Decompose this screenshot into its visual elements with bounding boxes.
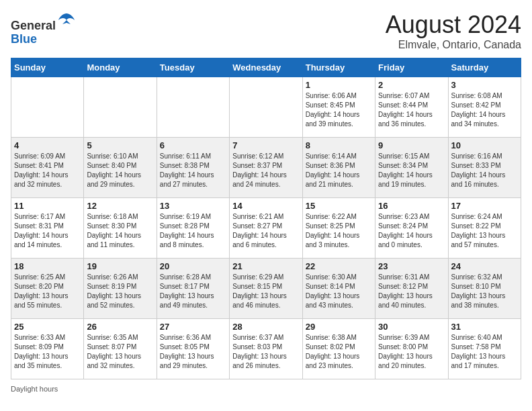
calendar-cell: 12Sunrise: 6:18 AM Sunset: 8:30 PM Dayli…	[84, 198, 157, 259]
calendar-cell: 10Sunrise: 6:16 AM Sunset: 8:33 PM Dayli…	[448, 138, 521, 198]
day-info: Sunrise: 6:19 AM Sunset: 8:28 PM Dayligh…	[160, 212, 226, 250]
calendar-week-row: 25Sunrise: 6:33 AM Sunset: 8:09 PM Dayli…	[11, 319, 521, 379]
calendar-cell: 24Sunrise: 6:32 AM Sunset: 8:10 PM Dayli…	[448, 259, 521, 319]
day-number: 4	[14, 140, 81, 150]
day-number: 30	[378, 322, 445, 332]
day-info: Sunrise: 6:15 AM Sunset: 8:34 PM Dayligh…	[378, 152, 445, 189]
calendar-cell: 25Sunrise: 6:33 AM Sunset: 8:09 PM Dayli…	[11, 319, 84, 379]
column-header-monday: Monday	[84, 58, 157, 77]
day-number: 22	[306, 261, 372, 271]
calendar-cell: 23Sunrise: 6:31 AM Sunset: 8:12 PM Dayli…	[375, 259, 448, 319]
day-number: 9	[378, 140, 445, 150]
day-number: 1	[306, 80, 372, 90]
day-info: Sunrise: 6:31 AM Sunset: 8:12 PM Dayligh…	[378, 273, 445, 310]
page-header: General Blue August 2024 Elmvale, Ontari…	[11, 11, 521, 51]
day-number: 5	[87, 140, 153, 150]
day-number: 21	[232, 261, 299, 271]
calendar-week-row: 18Sunrise: 6:25 AM Sunset: 8:20 PM Dayli…	[11, 259, 521, 319]
calendar-cell: 7Sunrise: 6:12 AM Sunset: 8:37 PM Daylig…	[230, 138, 302, 198]
calendar-table: SundayMondayTuesdayWednesdayThursdayFrid…	[11, 58, 521, 379]
calendar-cell: 3Sunrise: 6:08 AM Sunset: 8:42 PM Daylig…	[448, 77, 521, 138]
day-number: 25	[14, 322, 81, 332]
day-info: Sunrise: 6:23 AM Sunset: 8:24 PM Dayligh…	[378, 212, 445, 250]
calendar-week-row: 11Sunrise: 6:17 AM Sunset: 8:31 PM Dayli…	[11, 198, 521, 259]
day-number: 23	[378, 261, 445, 271]
calendar-cell	[11, 77, 84, 138]
day-info: Sunrise: 6:35 AM Sunset: 8:07 PM Dayligh…	[87, 333, 153, 371]
calendar-cell: 2Sunrise: 6:07 AM Sunset: 8:44 PM Daylig…	[375, 77, 448, 138]
day-info: Sunrise: 6:36 AM Sunset: 8:05 PM Dayligh…	[160, 333, 226, 371]
day-info: Sunrise: 6:18 AM Sunset: 8:30 PM Dayligh…	[87, 212, 153, 250]
day-number: 26	[87, 322, 153, 332]
day-info: Sunrise: 6:17 AM Sunset: 8:31 PM Dayligh…	[14, 212, 81, 250]
day-info: Sunrise: 6:12 AM Sunset: 8:37 PM Dayligh…	[232, 152, 299, 189]
day-info: Sunrise: 6:22 AM Sunset: 8:25 PM Dayligh…	[306, 212, 372, 250]
day-number: 7	[232, 140, 299, 150]
day-number: 15	[306, 201, 372, 211]
logo-text: General	[11, 11, 76, 33]
calendar-cell: 6Sunrise: 6:11 AM Sunset: 8:38 PM Daylig…	[157, 138, 229, 198]
day-number: 17	[451, 201, 518, 211]
day-info: Sunrise: 6:11 AM Sunset: 8:38 PM Dayligh…	[160, 152, 226, 189]
day-info: Sunrise: 6:24 AM Sunset: 8:22 PM Dayligh…	[451, 212, 518, 250]
calendar-cell: 14Sunrise: 6:21 AM Sunset: 8:27 PM Dayli…	[230, 198, 302, 259]
day-info: Sunrise: 6:33 AM Sunset: 8:09 PM Dayligh…	[14, 333, 81, 371]
column-header-tuesday: Tuesday	[157, 58, 229, 77]
day-info: Sunrise: 6:26 AM Sunset: 8:19 PM Dayligh…	[87, 273, 153, 310]
column-header-friday: Friday	[375, 58, 448, 77]
calendar-week-row: 4Sunrise: 6:09 AM Sunset: 8:41 PM Daylig…	[11, 138, 521, 198]
column-header-wednesday: Wednesday	[230, 58, 302, 77]
calendar-header-row: SundayMondayTuesdayWednesdayThursdayFrid…	[11, 58, 521, 77]
logo: General Blue	[11, 11, 76, 46]
subtitle: Elmvale, Ontario, Canada	[386, 39, 521, 51]
calendar-cell: 20Sunrise: 6:28 AM Sunset: 8:17 PM Dayli…	[157, 259, 229, 319]
day-number: 29	[306, 322, 372, 332]
day-number: 24	[451, 261, 518, 271]
calendar-cell	[230, 77, 302, 138]
title-area: August 2024 Elmvale, Ontario, Canada	[386, 11, 521, 51]
calendar-cell: 19Sunrise: 6:26 AM Sunset: 8:19 PM Dayli…	[84, 259, 157, 319]
logo-bird-icon	[57, 11, 76, 30]
day-number: 10	[451, 140, 518, 150]
day-info: Sunrise: 6:28 AM Sunset: 8:17 PM Dayligh…	[160, 273, 226, 310]
column-header-sunday: Sunday	[11, 58, 84, 77]
calendar-cell	[84, 77, 157, 138]
calendar-cell: 22Sunrise: 6:30 AM Sunset: 8:14 PM Dayli…	[302, 259, 375, 319]
footer: Daylight hours	[11, 385, 521, 393]
daylight-label: Daylight hours	[11, 385, 58, 393]
day-info: Sunrise: 6:21 AM Sunset: 8:27 PM Dayligh…	[232, 212, 299, 250]
day-info: Sunrise: 6:07 AM Sunset: 8:44 PM Dayligh…	[378, 91, 445, 129]
calendar-cell: 31Sunrise: 6:40 AM Sunset: 7:58 PM Dayli…	[448, 319, 521, 379]
day-number: 3	[451, 80, 518, 90]
day-number: 16	[378, 201, 445, 211]
calendar-cell: 8Sunrise: 6:14 AM Sunset: 8:36 PM Daylig…	[302, 138, 375, 198]
calendar-cell: 30Sunrise: 6:39 AM Sunset: 8:00 PM Dayli…	[375, 319, 448, 379]
day-number: 31	[451, 322, 518, 332]
day-info: Sunrise: 6:14 AM Sunset: 8:36 PM Dayligh…	[306, 152, 372, 189]
day-info: Sunrise: 6:16 AM Sunset: 8:33 PM Dayligh…	[451, 152, 518, 189]
calendar-cell: 15Sunrise: 6:22 AM Sunset: 8:25 PM Dayli…	[302, 198, 375, 259]
calendar-cell: 16Sunrise: 6:23 AM Sunset: 8:24 PM Dayli…	[375, 198, 448, 259]
day-number: 27	[160, 322, 226, 332]
day-number: 12	[87, 201, 153, 211]
calendar-cell: 11Sunrise: 6:17 AM Sunset: 8:31 PM Dayli…	[11, 198, 84, 259]
column-header-thursday: Thursday	[302, 58, 375, 77]
calendar-cell: 1Sunrise: 6:06 AM Sunset: 8:45 PM Daylig…	[302, 77, 375, 138]
calendar-cell: 9Sunrise: 6:15 AM Sunset: 8:34 PM Daylig…	[375, 138, 448, 198]
day-number: 18	[14, 261, 81, 271]
day-number: 20	[160, 261, 226, 271]
day-info: Sunrise: 6:40 AM Sunset: 7:58 PM Dayligh…	[451, 333, 518, 371]
day-number: 8	[306, 140, 372, 150]
day-info: Sunrise: 6:09 AM Sunset: 8:41 PM Dayligh…	[14, 152, 81, 189]
calendar-cell: 17Sunrise: 6:24 AM Sunset: 8:22 PM Dayli…	[448, 198, 521, 259]
day-number: 14	[232, 201, 299, 211]
day-info: Sunrise: 6:10 AM Sunset: 8:40 PM Dayligh…	[87, 152, 153, 189]
calendar-cell	[157, 77, 229, 138]
calendar-cell: 29Sunrise: 6:38 AM Sunset: 8:02 PM Dayli…	[302, 319, 375, 379]
logo-blue-text: Blue	[11, 33, 76, 46]
day-info: Sunrise: 6:37 AM Sunset: 8:03 PM Dayligh…	[232, 333, 299, 371]
calendar-week-row: 1Sunrise: 6:06 AM Sunset: 8:45 PM Daylig…	[11, 77, 521, 138]
column-header-saturday: Saturday	[448, 58, 521, 77]
day-number: 6	[160, 140, 226, 150]
calendar-cell: 28Sunrise: 6:37 AM Sunset: 8:03 PM Dayli…	[230, 319, 302, 379]
